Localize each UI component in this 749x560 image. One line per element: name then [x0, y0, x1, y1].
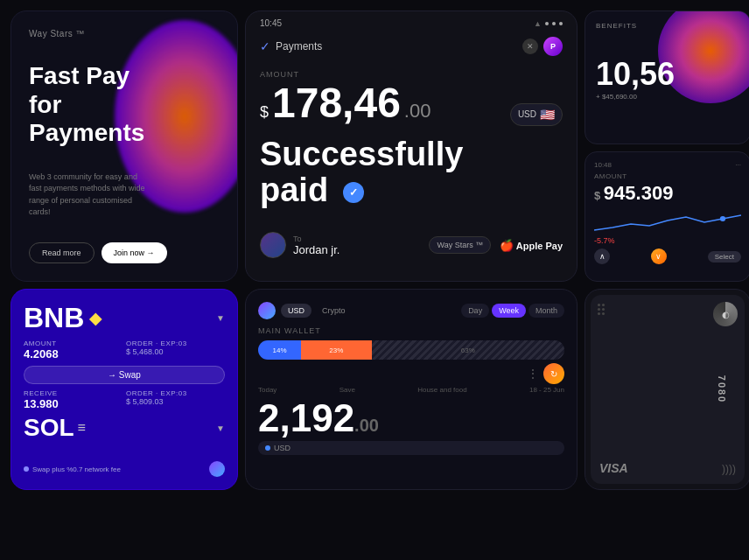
waystars-badge[interactable]: Way Stars ™ [429, 236, 491, 254]
receive-order-value: $ 5,809.03 [126, 397, 225, 406]
action-circle-button[interactable]: ↻ [543, 363, 564, 384]
pay-options: Way Stars ™ 🍎 Apple Pay [429, 236, 563, 254]
currency-tabs: USD Crypto [281, 304, 456, 318]
progress-seg1: 14% [258, 340, 301, 360]
sol-dropdown-icon[interactable]: ▼ [216, 424, 225, 433]
success-line2: paid [260, 172, 328, 208]
benefits-label: BENEFITS [596, 22, 739, 30]
dot2 [552, 22, 556, 25]
swap-footer: Swap plus %0.7 network fee [24, 461, 225, 477]
flag-icon: 🇺🇸 [540, 108, 555, 122]
swap-amount-value: 4.2068 [24, 347, 122, 360]
recipient-row: To Jordan jr. Way Stars ™ 🍎 Apple Pay [246, 223, 577, 267]
currency-label: USD [518, 109, 536, 119]
progress-seg2: 23% [301, 340, 372, 360]
payments-bar: ✓ Payments ✕ P [246, 32, 577, 61]
progress-controls: ⋮ ↻ [258, 363, 564, 384]
status-time: 10:45 [260, 18, 282, 28]
credit-card: ◐ 7080 VISA )))) [584, 289, 749, 490]
receive-order-label: ORDER · EXP:03 [126, 389, 225, 397]
receive-field: RECEIVE 13.980 [24, 389, 122, 410]
amount-pct: -5.7% [594, 236, 741, 245]
diamond-icon: ◆ [89, 309, 102, 328]
close-button[interactable]: ✕ [522, 38, 538, 54]
main-grid: Way Stars ™ Fast Pay for Payments Web 3 … [0, 0, 749, 560]
currency-selector[interactable]: USD 🇺🇸 [510, 103, 563, 126]
sol-label: SOL [24, 414, 74, 442]
dot3 [559, 22, 563, 25]
select-button[interactable]: Select [708, 251, 741, 262]
visa-logo: VISA [599, 461, 628, 475]
receive-label: RECEIVE [24, 389, 122, 397]
sol-row: SOL ≡ ▼ [24, 414, 225, 442]
brand-label: Way Stars ™ [29, 29, 220, 38]
to-label: To [293, 234, 340, 243]
time-tabs: Day Week Month [461, 304, 564, 318]
sol-title: SOL ≡ [24, 414, 86, 442]
card-number: 7080 [717, 375, 727, 403]
swap-amount-field: AMOUNT 4.2068 [24, 340, 122, 360]
apple-pay-badge[interactable]: 🍎 Apple Pay [500, 239, 563, 252]
down-arrow-button[interactable]: ∨ [651, 248, 667, 264]
fastpay-card: Way Stars ™ Fast Pay for Payments Web 3 … [10, 10, 238, 282]
wallet-label: MAIN WALLET [258, 326, 564, 335]
fee-dot [24, 466, 29, 472]
pay-label: Apple Pay [516, 241, 563, 251]
success-title: Successfully paid ✓ [260, 136, 563, 210]
tab-crypto[interactable]: Crypto [315, 304, 353, 318]
usd-dot [265, 445, 270, 451]
tab-week[interactable]: Week [492, 304, 526, 318]
wallet-amount-value: 2,192 [258, 396, 354, 439]
up-arrow-button[interactable]: ∧ [594, 248, 610, 264]
tab-month[interactable]: Month [528, 304, 564, 318]
swap-order-label: ORDER · EXP:03 [126, 340, 225, 347]
benefits-card: BENEFITS 10,56 + $45,690.00 [584, 10, 749, 144]
payments-section-title: Payments [276, 40, 322, 52]
date-today: Today [258, 386, 276, 394]
card-brand-logo: ◐ [713, 302, 738, 326]
wallet-currency-label: USD [274, 444, 290, 452]
recipient-details: To Jordan jr. [293, 234, 340, 256]
read-more-button[interactable]: Read more [29, 242, 94, 263]
spending-progress-bar: 14% 23% 63% [258, 340, 564, 360]
amount-cents: .00 [404, 100, 431, 122]
join-now-button[interactable]: Join now → [102, 242, 167, 263]
amount-small-value: $ 945.309 [594, 182, 741, 205]
amount-small-time: 10:48 [594, 161, 612, 169]
right-column: BENEFITS 10,56 + $45,690.00 10:48 ··· AM… [584, 10, 749, 282]
tab-day[interactable]: Day [461, 304, 489, 318]
receive-order-field: ORDER · EXP:03 $ 5,809.03 [126, 389, 225, 410]
amount-small-label: AMOUNT [594, 172, 741, 180]
dollar-sign: $ [260, 103, 269, 122]
dropdown-arrow-icon[interactable]: ▼ [216, 313, 225, 323]
check-circle-icon: ✓ [260, 39, 270, 53]
contactless-icon: )))) [722, 463, 736, 475]
swap-order-field: ORDER · EXP:03 $ 5,468.00 [126, 340, 225, 360]
fastpay-headline: Fast Pay for Payments [29, 62, 169, 147]
swap-amount-row: AMOUNT 4.2068 ORDER · EXP:03 $ 5,468.00 [24, 340, 225, 360]
fastpay-actions: Read more Join now → [29, 242, 220, 263]
bnb-label: BNB [24, 302, 84, 334]
success-check-icon: ✓ [343, 182, 364, 203]
date-range: 18 - 25 Jun [529, 386, 564, 394]
date-category: House and food [417, 386, 467, 394]
menu-dots-icon[interactable]: ⋮ [528, 368, 538, 380]
dot1 [545, 22, 549, 25]
bnb-title: BNB ◆ [24, 302, 102, 334]
svg-point-0 [720, 216, 725, 221]
swap-button[interactable]: → Swap [24, 366, 225, 384]
tab-usd[interactable]: USD [281, 304, 312, 318]
wallet-header: USD Crypto Day Week Month [258, 302, 564, 319]
apple-icon: 🍎 [500, 239, 514, 252]
wallet-card: USD Crypto Day Week Month MAIN WALLET 14… [245, 289, 578, 490]
amount-small-menu[interactable]: ··· [735, 161, 741, 169]
benefits-value: 10,56 [596, 56, 739, 93]
swap-card: BNB ◆ ▼ AMOUNT 4.2068 ORDER · EXP:03 $ 5… [10, 289, 238, 490]
phone-status-bar: 10:45 ▲ [246, 11, 577, 32]
wallet-logo [258, 302, 276, 319]
swap-logo [209, 461, 225, 477]
amount-small-header: 10:48 ··· [594, 161, 741, 169]
payments-card: 10:45 ▲ ✓ Payments ✕ P AMOUNT $ 178,46 [245, 10, 578, 282]
recipient-info: To Jordan jr. [260, 232, 340, 258]
fastpay-description: Web 3 community for easy and fast paymen… [29, 172, 151, 219]
